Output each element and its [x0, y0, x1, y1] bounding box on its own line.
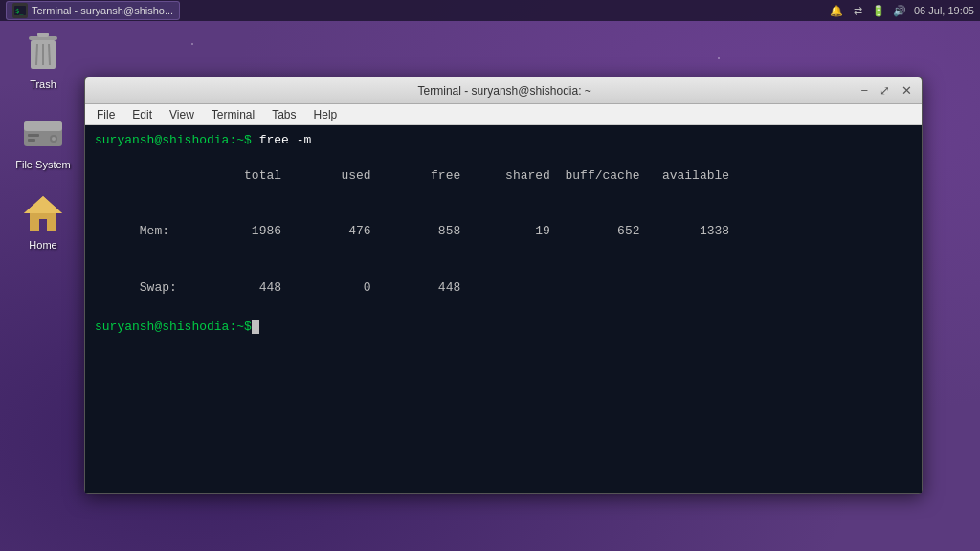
terminal-window-controls: − ⤢ ✕: [858, 84, 914, 97]
prompt-1: suryansh@shishodia:~$: [95, 133, 252, 147]
notification-icon[interactable]: 🔔: [830, 4, 843, 17]
resize-button[interactable]: ⤢: [878, 84, 892, 97]
home-icon-img: [20, 189, 66, 235]
swap-line-container: Swap: 448 0 448: [95, 259, 912, 316]
header-line: total used free shared buff/cache availa…: [140, 168, 729, 183]
taskbar-app-label: Terminal - suryansh@shisho...: [32, 5, 173, 16]
swap-line: Swap: 448 0 448: [140, 280, 460, 295]
desktop-icon-trash[interactable]: Trash: [10, 29, 77, 90]
svg-line-5: [36, 44, 37, 65]
menu-tabs[interactable]: Tabs: [264, 106, 303, 123]
desktop-icon-home[interactable]: Home: [10, 189, 77, 251]
terminal-titlebar: Terminal - suryansh@shishodia: ~ − ⤢ ✕: [85, 77, 922, 104]
trash-icon-img: [20, 29, 66, 75]
taskbar: $_ Terminal - suryansh@shisho... 🔔 ⇄ 🔋 🔊…: [0, 0, 980, 21]
volume-icon[interactable]: 🔊: [893, 4, 906, 17]
desktop-icon-filesystem[interactable]: File System: [10, 109, 77, 170]
terminal-menubar: File Edit View Terminal Tabs Help: [85, 104, 922, 125]
svg-rect-9: [24, 121, 62, 131]
menu-view[interactable]: View: [162, 106, 202, 123]
terminal-title: Terminal - suryansh@shishodia: ~: [150, 84, 858, 98]
minimize-button[interactable]: −: [858, 84, 870, 97]
mem-line-container: Mem: 1986 476 858 19 652 1338: [95, 204, 912, 260]
svg-line-7: [49, 44, 50, 65]
terminal-line-1: suryansh@shishodia:~$ free -m: [95, 133, 912, 147]
svg-rect-3: [37, 33, 49, 37]
svg-point-13: [52, 137, 56, 141]
command-text: free -m: [252, 133, 311, 147]
taskbar-app-button[interactable]: $_ Terminal - suryansh@shisho...: [6, 1, 180, 20]
trash-label: Trash: [30, 78, 56, 90]
close-button[interactable]: ✕: [900, 84, 914, 97]
svg-rect-11: [28, 139, 35, 142]
terminal-cursor: [252, 320, 259, 334]
terminal-taskbar-icon: $_: [12, 3, 28, 18]
network-icon[interactable]: ⇄: [851, 4, 864, 17]
svg-marker-15: [24, 196, 62, 213]
desktop-icons: Trash File System Home: [10, 29, 77, 251]
home-label: Home: [29, 239, 56, 251]
terminal-output: total used free shared buff/cache availa…: [95, 147, 912, 204]
menu-help[interactable]: Help: [306, 106, 345, 123]
menu-terminal[interactable]: Terminal: [204, 106, 262, 123]
clock: 06 Jul, 19:05: [914, 5, 974, 16]
mem-line: Mem: 1986 476 858 19 652 1338: [140, 224, 729, 238]
svg-text:$_: $_: [15, 8, 24, 15]
filesystem-label: File System: [15, 159, 70, 170]
terminal-line-prompt2: suryansh@shishodia:~$: [95, 320, 912, 334]
taskbar-right: 🔔 ⇄ 🔋 🔊 06 Jul, 19:05: [830, 4, 974, 17]
taskbar-left: $_ Terminal - suryansh@shisho...: [6, 1, 180, 20]
terminal-window: Terminal - suryansh@shishodia: ~ − ⤢ ✕ F…: [84, 77, 923, 494]
menu-file[interactable]: File: [89, 106, 122, 123]
battery-icon[interactable]: 🔋: [872, 4, 885, 17]
filesystem-icon-img: [20, 109, 66, 155]
terminal-body[interactable]: suryansh@shishodia:~$ free -m total used…: [85, 125, 922, 493]
svg-rect-10: [28, 134, 39, 137]
prompt-2: suryansh@shishodia:~$: [95, 320, 252, 334]
menu-edit[interactable]: Edit: [124, 106, 160, 123]
